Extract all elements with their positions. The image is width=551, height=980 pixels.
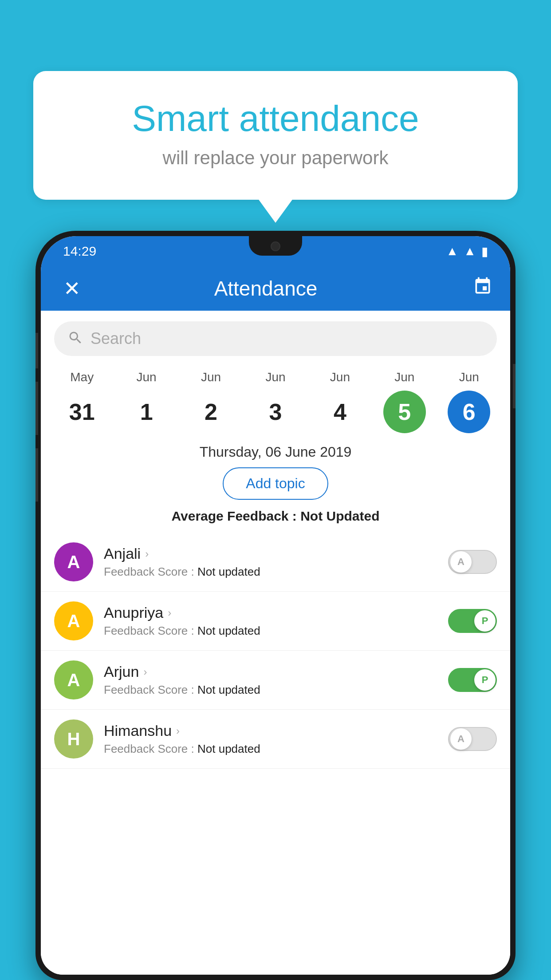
app-bar-title: Attendance [98,277,433,300]
add-topic-button[interactable]: Add topic [223,467,328,500]
speech-bubble-container: Smart attendance will replace your paper… [33,71,518,200]
feedback-score: Feedback Score : Not updated [104,683,448,697]
avatar: A [54,601,93,640]
student-info: Arjun ›Feedback Score : Not updated [104,663,448,697]
attendance-toggle[interactable]: P [448,609,497,633]
student-name: Arjun › [104,663,448,680]
content-area: Search May31Jun1Jun2Jun3Jun4Jun5Jun6 Thu… [41,311,510,975]
chevron-right-icon: › [145,548,149,560]
toggle-container[interactable]: A [448,550,497,574]
cal-date-number: 5 [383,391,426,433]
toggle-knob: A [450,551,472,573]
cal-date-number: 4 [319,391,361,433]
feedback-score: Feedback Score : Not updated [104,624,448,638]
status-time: 14:29 [63,244,96,259]
cal-month-label: Jun [394,370,414,384]
toggle-knob: A [450,728,472,750]
calendar-day[interactable]: Jun1 [120,370,173,433]
calendar-day[interactable]: Jun3 [249,370,302,433]
close-button[interactable]: ✕ [59,277,85,300]
feedback-value: Not updated [197,565,260,578]
calendar-icon[interactable] [473,277,492,300]
cal-date-number: 6 [448,391,490,433]
toggle-container[interactable]: P [448,609,497,633]
feedback-score: Feedback Score : Not updated [104,742,448,756]
app-bar: ✕ Attendance [41,266,510,311]
calendar-day[interactable]: May31 [55,370,109,433]
student-item[interactable]: AArjun ›Feedback Score : Not updatedP [41,651,510,710]
avatar: A [54,542,93,581]
toggle-knob: P [474,669,496,691]
phone-frame: 14:29 ▲ ▲ ▮ ✕ Attendance [35,231,516,980]
search-bar[interactable]: Search [54,321,497,356]
toggle-knob: P [474,610,496,632]
toggle-container[interactable]: A [448,727,497,751]
student-name: Anjali › [104,545,448,562]
search-placeholder: Search [91,329,141,348]
student-item[interactable]: AAnupriya ›Feedback Score : Not updatedP [41,592,510,651]
cal-date-number: 1 [125,391,168,433]
cal-month-label: Jun [137,370,157,384]
status-bar: 14:29 ▲ ▲ ▮ [41,236,510,266]
cal-month-label: Jun [330,370,350,384]
student-name: Himanshu › [104,722,448,739]
avg-feedback: Average Feedback : Not Updated [41,509,510,524]
avg-feedback-value: Not Updated [300,509,379,523]
volume-up-button [35,382,38,435]
cal-month-label: Jun [265,370,285,384]
feedback-value: Not updated [197,742,260,755]
cal-date-number: 2 [190,391,232,433]
cal-date-number: 31 [61,391,103,433]
toggle-container[interactable]: P [448,668,497,692]
cal-month-label: Jun [459,370,479,384]
avg-feedback-label: Average Feedback : [171,509,300,523]
attendance-toggle[interactable]: A [448,727,497,751]
calendar-day[interactable]: Jun6 [442,370,496,433]
feedback-score: Feedback Score : Not updated [104,565,448,579]
calendar-day[interactable]: Jun5 [378,370,431,433]
speech-bubble: Smart attendance will replace your paper… [33,71,518,200]
student-info: Anupriya ›Feedback Score : Not updated [104,604,448,638]
student-item[interactable]: AAnjali ›Feedback Score : Not updatedA [41,533,510,592]
attendance-toggle[interactable]: P [448,668,497,692]
status-icons: ▲ ▲ ▮ [446,244,488,259]
calendar-day[interactable]: Jun2 [185,370,238,433]
cal-month-label: Jun [201,370,221,384]
chevron-right-icon: › [168,607,171,619]
student-list: AAnjali ›Feedback Score : Not updatedAAA… [41,533,510,769]
notch [249,236,302,256]
battery-icon: ▮ [481,244,488,259]
power-button [513,364,516,408]
search-icon [67,330,83,348]
signal-icon: ▲ [464,244,476,258]
avatar: A [54,660,93,699]
avatar: H [54,719,93,759]
feedback-value: Not updated [197,683,260,696]
student-name: Anupriya › [104,604,448,621]
student-info: Anjali ›Feedback Score : Not updated [104,545,448,579]
volume-silent-button [35,333,38,368]
front-camera [271,241,280,251]
cal-date-number: 3 [254,391,297,433]
bubble-title: Smart attendance [69,98,482,139]
volume-down-button [35,448,38,502]
bubble-subtitle: will replace your paperwork [69,147,482,169]
student-item[interactable]: HHimanshu ›Feedback Score : Not updatedA [41,710,510,769]
selected-date-label: Thursday, 06 June 2019 [41,444,510,460]
calendar-day[interactable]: Jun4 [313,370,366,433]
student-info: Himanshu ›Feedback Score : Not updated [104,722,448,756]
chevron-right-icon: › [143,666,147,678]
cal-month-label: May [70,370,94,384]
chevron-right-icon: › [176,725,180,737]
phone-screen: 14:29 ▲ ▲ ▮ ✕ Attendance [41,236,510,975]
attendance-toggle[interactable]: A [448,550,497,574]
feedback-value: Not updated [197,624,260,637]
wifi-icon: ▲ [446,244,459,258]
calendar-strip: May31Jun1Jun2Jun3Jun4Jun5Jun6 [41,363,510,433]
